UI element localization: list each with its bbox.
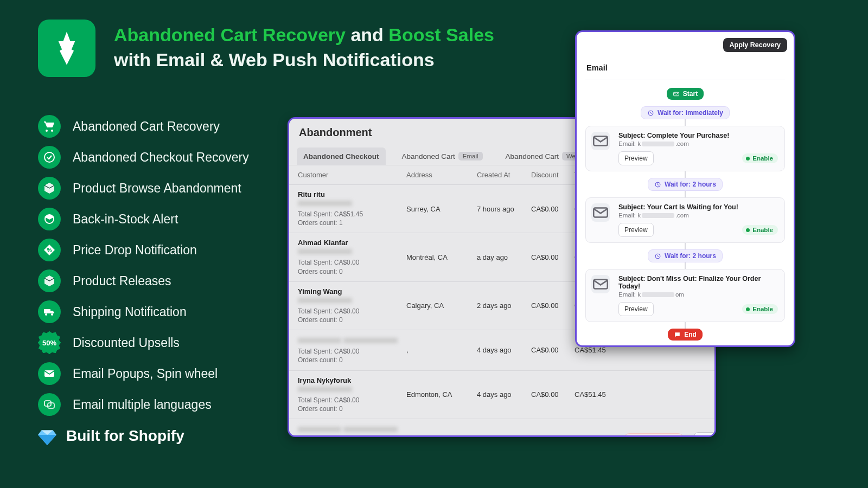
- tab-pill-email: Email: [458, 152, 483, 160]
- cart-icon: [700, 435, 707, 437]
- mail-icon: [591, 132, 610, 150]
- col-discount: Discount: [531, 171, 575, 179]
- wait-label: Wait for: immediately: [658, 109, 723, 117]
- start-label: Start: [683, 90, 698, 98]
- headline-part-1: Abandoned Cart Recovery: [114, 24, 346, 45]
- customer-email-redacted: [298, 298, 352, 303]
- wait-label: Wait for: 2 hours: [665, 252, 716, 260]
- enable-pill: Enable: [742, 153, 778, 163]
- cell-discount: CA$0.00: [531, 390, 575, 399]
- cell-address: Edmonton, CA: [406, 390, 477, 399]
- cell-address: Montréal, CA: [406, 253, 477, 261]
- preview-button[interactable]: Preview: [618, 223, 654, 237]
- cell-discount: CA$0.00: [531, 253, 575, 261]
- built-for-label: Built for Shopify: [66, 427, 184, 445]
- customer-email-redacted: [298, 201, 352, 206]
- feature-list: Abandoned Cart RecoveryAbandoned Checkou…: [38, 115, 277, 416]
- feature-icon: [38, 177, 61, 200]
- feature-label: Discounted Upsells: [73, 336, 180, 350]
- feature-label: Product Releases: [73, 274, 171, 288]
- feature-icon: %: [38, 239, 61, 261]
- preview-button[interactable]: Preview: [618, 302, 654, 316]
- flow-end-pill: End: [668, 329, 703, 341]
- customer-meta: Total Spent: CA$0.00Orders count: 0: [298, 258, 406, 275]
- cell-address: Calgary, CA: [406, 301, 477, 310]
- cell-total: CA$51.45: [575, 390, 623, 399]
- feature-icon: [38, 208, 61, 230]
- feature-label: Abandoned Cart Recovery: [73, 119, 220, 134]
- flow-step: Subject: Complete Your Purchase! Email: …: [585, 126, 785, 171]
- svg-point-4: [51, 313, 53, 316]
- feature-label: Abandoned Checkout Recovery: [73, 150, 249, 165]
- customer-name: Ritu ritu: [298, 190, 406, 198]
- customer-meta: Total Spent: CA$51.45Orders count: 1: [298, 210, 406, 227]
- flow-start-pill: Start: [667, 88, 704, 100]
- feature-icon: [38, 269, 61, 292]
- tab-abandoned-cart-email[interactable]: Abandoned Cart Email: [395, 147, 489, 165]
- cell-created: 4 days ago: [477, 346, 531, 354]
- step-email: Email: kom: [618, 291, 778, 298]
- headline-part-4: with Email & Web Push Notifications: [114, 49, 435, 70]
- feature-item: %Price Drop Notification: [38, 239, 277, 261]
- headline: Abandoned Cart Recovery and Boost Sales …: [114, 23, 570, 73]
- flow-wait-pill: Wait for: 2 hours: [648, 249, 723, 262]
- preview-button[interactable]: Preview: [618, 151, 654, 165]
- cell-discount: CA$0.00: [531, 205, 575, 213]
- customer-email-redacted: [343, 427, 398, 432]
- customer-meta: Total Spent: CA$0.00Orders count: 0: [298, 307, 406, 324]
- feature-item: Shipping Notification: [38, 300, 277, 323]
- flow-step: Subject: Don't Miss Out: Finalize Your O…: [585, 269, 785, 322]
- cell-address: Surrey, CA: [406, 205, 477, 213]
- feature-item: Back-in-Stock Alert: [38, 208, 277, 230]
- table-row: Iryna Nykyforuk Total Spent: CA$0.00Orde…: [289, 370, 714, 419]
- diamond-icon: [38, 427, 56, 445]
- feature-label: Email multiple languages: [73, 397, 212, 412]
- feature-label: Price Drop Notification: [73, 243, 197, 258]
- feature-item: Product Browse Abandonment: [38, 177, 277, 200]
- customer-name: Yiming Wang: [298, 287, 406, 296]
- status-not-recovered: Not recovered: [623, 433, 684, 437]
- col-customer: Customer: [298, 171, 406, 179]
- mail-icon: [591, 275, 610, 293]
- mail-icon: [591, 203, 610, 222]
- cell-address: ,: [406, 435, 477, 437]
- customer-name-redacted: [298, 338, 341, 343]
- customer-email-redacted: [343, 338, 398, 343]
- cell-created: 4 days ago: [477, 390, 531, 399]
- customer-name: Ahmad Kianfar: [298, 239, 406, 247]
- step-email: Email: k.com: [618, 212, 778, 219]
- end-label: End: [684, 331, 697, 338]
- flow-title: Email: [585, 61, 785, 80]
- enable-pill: Enable: [742, 304, 778, 314]
- cell-discount: CA$0.00: [531, 301, 575, 310]
- flow-wait-pill: Wait for: 2 hours: [648, 178, 723, 191]
- tab-abandoned-checkout[interactable]: Abandoned Checkout: [297, 147, 386, 165]
- feature-item: Abandoned Cart Recovery: [38, 115, 277, 138]
- step-email: Email: k.com: [618, 140, 778, 147]
- email-flow-card: Apply Recovery Email StartWait for: imme…: [575, 30, 795, 347]
- feature-icon: [38, 393, 61, 416]
- cell-address: ,: [406, 346, 477, 354]
- recover-button[interactable]: Recover: [694, 432, 716, 437]
- app-logo: [38, 20, 95, 77]
- customer-name: Iryna Nykyforuk: [298, 376, 406, 384]
- customer-email-redacted: [298, 249, 352, 254]
- feature-icon: [38, 115, 61, 138]
- svg-rect-5: [44, 370, 54, 377]
- feature-item: 50%Discounted Upsells: [38, 331, 277, 354]
- feature-label: Back-in-Stock Alert: [73, 212, 178, 227]
- customer-email-redacted: [298, 387, 352, 392]
- feature-label: Product Browse Abandonment: [73, 181, 241, 196]
- feature-icon: [38, 146, 61, 169]
- flow-wait-pill: Wait for: immediately: [641, 106, 730, 119]
- customer-name-redacted: [298, 427, 341, 432]
- built-for-shopify: Built for Shopify: [38, 427, 277, 445]
- feature-item: Email Popups, Spin wheel: [38, 362, 277, 385]
- discount-badge-icon: 50%: [38, 331, 61, 354]
- cell-created: 4 days ago: [477, 435, 531, 437]
- customer-meta: Total Spent: CA$0.00Orders count: 0: [298, 396, 406, 413]
- cell-created: 2 days ago: [477, 301, 531, 310]
- feature-item: Abandoned Checkout Recovery: [38, 146, 277, 169]
- cell-total: CA$51.45: [575, 435, 623, 437]
- headline-part-2: and: [346, 24, 388, 45]
